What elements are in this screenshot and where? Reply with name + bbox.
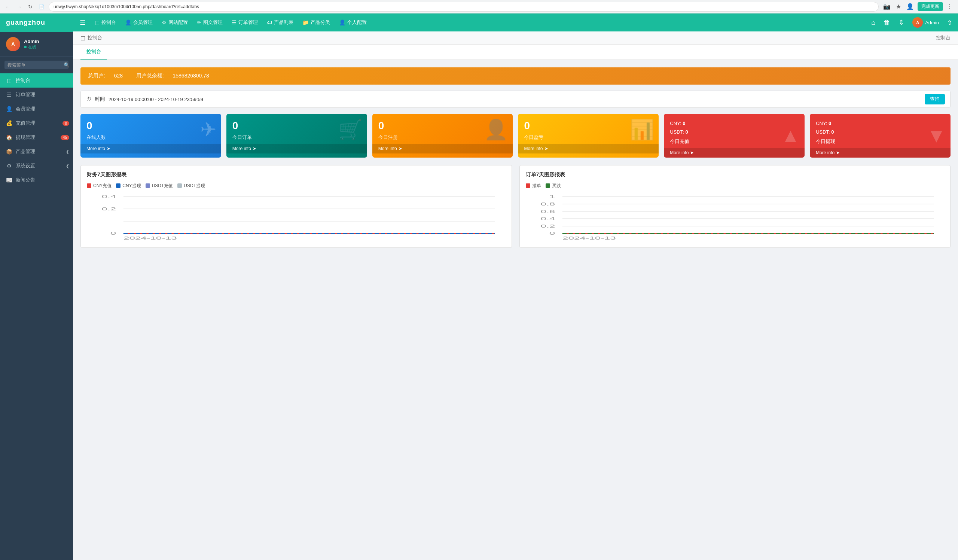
back-button[interactable]: ← (4, 3, 12, 11)
expand-nav-icon[interactable]: ⇕ (896, 16, 907, 29)
top-nav: ☰ ◫ 控制台 👤 会员管理 ⚙ 网站配置 ✏ 图文管理 ☰ 订单管理 (73, 13, 958, 32)
topnav-item-site[interactable]: ⚙ 网站配置 (158, 17, 192, 28)
withdraw-more-info[interactable]: More info ➤ (810, 148, 950, 158)
today-profit-more-info[interactable]: More info ➤ (518, 144, 658, 154)
withdraw-usdt-value: 0 (831, 129, 834, 135)
sidebar-item-orders[interactable]: ☰ 订单管理 (0, 87, 73, 102)
app-container: guangzhou A Admin 在线 🔍 ◫ 控制台 (0, 13, 958, 560)
main-wrap: ☰ ◫ 控制台 👤 会员管理 ⚙ 网站配置 ✏ 图文管理 ☰ 订单管理 (73, 13, 958, 560)
update-button[interactable]: 完成更新 (918, 2, 943, 11)
date-filter-value: 2024-10-19 00:00:00 - 2024-10-19 23:59:5… (108, 97, 921, 102)
status-text: 在线 (28, 44, 36, 50)
charts-section: 财务7天图形报表 CNY充值 CNY提现 (81, 165, 950, 248)
orders-chart-legend: 撤单 买跌 (526, 182, 945, 189)
menu-icon[interactable]: ⋮ (945, 2, 954, 11)
search-input[interactable] (8, 62, 63, 68)
topnav-item-label: 订单管理 (238, 19, 258, 26)
finance-chart-legend: CNY充值 CNY提现 USDT充值 (87, 182, 506, 189)
svg-text:0.4: 0.4 (102, 195, 116, 199)
sidebar: guangzhou A Admin 在线 🔍 ◫ 控制台 (0, 13, 73, 560)
sidebar-item-withdraw[interactable]: 🏠 提现管理 45 (0, 130, 73, 144)
topnav-item-product-list[interactable]: 🏷 产品列表 (263, 17, 297, 28)
down-arrow-icon: ▼ (927, 124, 946, 147)
withdraw-cny-value: 0 (828, 121, 831, 126)
breadcrumb-bar: ◫ 控制台 控制台 (73, 32, 958, 44)
topnav-item-media[interactable]: ✏ 图文管理 (193, 17, 227, 28)
bookmark-icon[interactable]: ★ (895, 2, 902, 11)
share-icon[interactable]: ⇧ (944, 17, 955, 29)
topnav-item-label: 个人配置 (347, 19, 367, 26)
legend-label: 撤单 (532, 182, 541, 189)
topnav-item-members[interactable]: 👤 会员管理 (121, 17, 156, 28)
date-filter-label: 时间 (95, 96, 105, 103)
home-nav-icon[interactable]: ⌂ (868, 16, 878, 29)
total-balance-label: 用户总余额: (136, 73, 164, 79)
products-icon: 📦 (6, 149, 12, 155)
profile-icon[interactable]: 👤 (905, 2, 915, 11)
recharge-cny-value: 0 (683, 121, 685, 126)
legend-label: CNY充值 (93, 182, 111, 189)
finance-chart-area: 0.4 0.2 0 2024-10-13 (87, 193, 506, 241)
reload-button[interactable]: ↻ (26, 3, 35, 11)
withdraw-cny-row: CNY: 0 (816, 119, 945, 128)
topnav-item-profile[interactable]: 👤 个人配置 (335, 17, 371, 28)
cast-icon[interactable]: 📷 (882, 2, 892, 11)
topnav-item-product-cat[interactable]: 📁 产品分类 (299, 17, 334, 28)
sidebar-item-settings[interactable]: ⚙ 系统设置 ❮ (0, 159, 73, 173)
up-arrow-icon: ▲ (781, 124, 800, 147)
online-more-info[interactable]: More info ➤ (81, 144, 221, 154)
trash-nav-icon[interactable]: 🗑 (880, 16, 893, 29)
forward-button[interactable]: → (15, 3, 23, 11)
avatar: A (6, 37, 20, 51)
withdraw-rows: CNY: 0 USDT: 0 (816, 119, 945, 136)
svg-text:0.8: 0.8 (540, 202, 555, 206)
total-users-label: 总用户: (88, 73, 105, 79)
stat-card-today-recharge: CNY: 0 USDT: 0 今日充值 ▲ More info ➤ (664, 114, 804, 158)
topnav-item-dashboard[interactable]: ◫ 控制台 (91, 17, 120, 28)
recharge-usdt-label: USDT: (670, 129, 685, 135)
sidebar-item-recharge[interactable]: 💰 充值管理 0 (0, 116, 73, 130)
sidebar-item-dashboard[interactable]: ◫ 控制台 (0, 73, 73, 87)
arrow-right-icon: ➤ (107, 146, 110, 151)
sidebar-item-members[interactable]: 👤 会员管理 (0, 102, 73, 116)
sidebar-item-label: 系统设置 (16, 162, 35, 169)
total-users-value: 628 (114, 73, 123, 79)
status-dot (24, 46, 27, 48)
home-button[interactable]: 📄 (37, 3, 46, 11)
withdraw-cny-label: CNY: (816, 121, 828, 126)
stat-card-today-withdraw: CNY: 0 USDT: 0 今日提现 ▼ More info ➤ (810, 114, 950, 158)
legend-cny-recharge: CNY充值 (87, 182, 111, 189)
members-nav-icon: 👤 (125, 19, 132, 25)
page-body: 总用户: 628 用户总余额: 1586826800.78 ⏱ 时间 2024-… (73, 60, 958, 255)
today-register-more-info[interactable]: More info ➤ (372, 144, 513, 154)
orders-chart-svg: 1 0.8 0.6 0.4 0.2 0 2024-10-13 (526, 193, 945, 241)
legend-label: USDT充值 (152, 182, 173, 189)
query-button[interactable]: 查询 (925, 94, 945, 105)
tab-dashboard[interactable]: 控制台 (81, 44, 107, 60)
topnav-item-orders[interactable]: ☰ 订单管理 (228, 17, 262, 28)
withdraw-icon: 🏠 (6, 134, 12, 140)
today-orders-more-info[interactable]: More info ➤ (227, 144, 367, 154)
media-nav-icon: ✏ (197, 19, 201, 25)
topnav-user[interactable]: A Admin (909, 16, 942, 29)
sidebar-item-products[interactable]: 📦 产品管理 ❮ (0, 144, 73, 159)
sidebar-item-label: 提现管理 (16, 134, 35, 141)
toggle-sidebar-button[interactable]: ☰ (76, 16, 89, 29)
breadcrumb-current: 控制台 (87, 35, 102, 41)
recharge-cny-row: CNY: 0 (670, 119, 799, 128)
tab-bar: 控制台 (73, 44, 958, 60)
online-count: 0 (86, 120, 215, 132)
stat-card-today-register: 0 今日注册 👤 More info ➤ (372, 114, 513, 158)
topnav-user-name: Admin (925, 20, 939, 25)
recharge-icon: 💰 (6, 120, 12, 126)
topnav-right: ⌂ 🗑 ⇕ A Admin ⇧ (868, 16, 955, 29)
url-bar[interactable] (49, 2, 879, 12)
legend-usdt-recharge: USDT充值 (146, 182, 173, 189)
withdraw-usdt-label: USDT: (816, 129, 831, 135)
withdraw-usdt-row: USDT: 0 (816, 128, 945, 136)
legend-dot-indigo (146, 183, 150, 188)
recharge-badge: 0 (62, 121, 69, 126)
sidebar-item-news[interactable]: 📰 新闻公告 (0, 173, 73, 187)
recharge-more-info[interactable]: More info ➤ (664, 148, 804, 158)
recharge-usdt-row: USDT: 0 (670, 128, 799, 136)
